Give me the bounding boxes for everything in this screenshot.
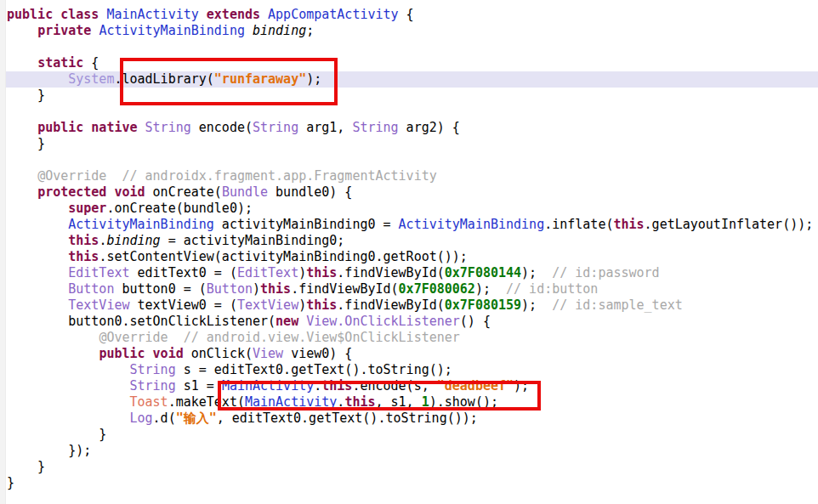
code-token: ActivityMainBinding (99, 23, 245, 38)
code-line: Toast.makeText(MainActivity.this, s1, 1)… (7, 394, 818, 411)
code-token: AppCompatActivity (268, 7, 399, 22)
code-line: } (7, 136, 818, 152)
code-token: binding (253, 23, 306, 38)
code-token: .findViewById( (337, 265, 444, 280)
code-token (7, 184, 37, 200)
code-token: private (37, 23, 91, 38)
code-token: View (253, 346, 283, 361)
code-token: protected void (37, 184, 145, 200)
code-token (7, 249, 68, 264)
code-token: Toast (130, 394, 168, 410)
code-token: , s1, (376, 394, 422, 410)
code-token (199, 7, 207, 22)
code-token: = activityMainBinding0; (161, 233, 345, 248)
code-token (7, 330, 99, 345)
code-token (7, 217, 68, 232)
code-line: } (7, 427, 818, 443)
code-token: MainActivity (222, 378, 314, 394)
code-token (7, 55, 37, 71)
code-token: // id:sample_text (552, 297, 683, 313)
code-token: } (7, 475, 14, 490)
code-token: s1 = (176, 378, 222, 394)
code-token: @Override // android.view.View$OnClickLi… (99, 330, 459, 345)
code-token (7, 281, 68, 297)
code-token: ); (521, 297, 552, 313)
code-token: ); (514, 378, 529, 394)
code-content: public class MainActivity extends AppCom… (7, 7, 818, 491)
code-token: public class (7, 7, 99, 22)
code-token: 0x7F080062 (399, 281, 475, 297)
code-token: arg1, (298, 120, 352, 135)
code-token: 0x7F080144 (445, 265, 521, 280)
code-token: .d( (153, 411, 176, 426)
code-token: String (145, 120, 191, 135)
code-token (245, 23, 253, 38)
code-token: arg2) { (399, 120, 460, 135)
code-token: { (399, 7, 414, 22)
code-token: 0x7F080159 (445, 297, 521, 313)
code-token: { (83, 55, 99, 71)
code-token: super (68, 201, 106, 216)
code-token: } (7, 88, 45, 103)
code-line: @Override // androidx.fragment.app.Fragm… (7, 168, 818, 184)
code-token: activityMainBinding0 = (214, 217, 399, 232)
code-line: button0.setOnClickListener(new View.OnCl… (7, 314, 818, 330)
code-line: protected void onCreate(Bundle bundle0) … (7, 184, 818, 201)
code-token: binding (106, 233, 160, 248)
code-line: String s1 = MainActivity.this.encode(s, … (7, 378, 818, 394)
code-token (7, 23, 37, 38)
code-line: static { (7, 55, 818, 71)
code-token: ) (253, 281, 260, 297)
code-token: this (306, 265, 337, 280)
code-token: System (68, 71, 114, 87)
code-line: private ActivityMainBinding binding; (7, 23, 818, 39)
code-token: this (613, 217, 644, 232)
code-token: ).show(); (429, 394, 498, 410)
code-token: .getLayoutInflater()); (645, 217, 814, 232)
code-line (7, 152, 818, 168)
code-token: button0 = ( (114, 281, 206, 297)
code-token: public void (99, 346, 183, 361)
code-token: () { (460, 314, 491, 329)
code-token: .loadLibrary( (114, 71, 213, 87)
code-token: EditText (68, 265, 129, 280)
code-token (138, 120, 145, 135)
code-token: String (130, 362, 176, 377)
code-token: ; (306, 23, 314, 38)
code-line: TextView textView0 = (TextView)this.find… (7, 297, 818, 314)
code-token: textView0 = ( (130, 297, 237, 313)
code-line: this.setContentView(activityMainBinding0… (7, 249, 818, 265)
code-token: // id:password (552, 265, 659, 280)
code-line: String s = editText0.getText().toString(… (7, 362, 818, 378)
code-line: public void onClick(View view0) { (7, 346, 818, 362)
code-token (7, 120, 37, 135)
code-token (7, 378, 130, 394)
code-token: // id:button (506, 281, 598, 297)
code-token: ); (521, 265, 552, 280)
code-line: } (7, 459, 818, 475)
code-token: "runfaraway" (214, 71, 306, 87)
code-token: this (321, 378, 352, 394)
code-editor[interactable]: public class MainActivity extends AppCom… (0, 0, 818, 504)
code-token (7, 411, 130, 426)
code-token: this (68, 249, 99, 264)
code-line: Log.d("输入", editText0.getText().toString… (7, 411, 818, 427)
code-token (7, 168, 37, 184)
code-token: TextView (237, 297, 298, 313)
code-token: ) (298, 265, 306, 280)
code-token: TextView (68, 297, 129, 313)
code-token: } (7, 136, 45, 151)
code-token: .encode(s, (352, 378, 436, 394)
code-token: encode( (191, 120, 253, 135)
code-token: Button (68, 281, 114, 297)
code-token: this (344, 394, 375, 410)
code-token: ); (306, 71, 321, 87)
code-line: super.onCreate(bundle0); (7, 201, 818, 217)
code-token: } (7, 459, 45, 474)
code-token (7, 394, 130, 410)
code-token: .setContentView(activityMainBinding0.get… (99, 249, 467, 264)
code-token (7, 201, 68, 216)
code-line: public class MainActivity extends AppCom… (7, 7, 818, 23)
code-token: String (352, 120, 398, 135)
code-line (7, 39, 818, 55)
